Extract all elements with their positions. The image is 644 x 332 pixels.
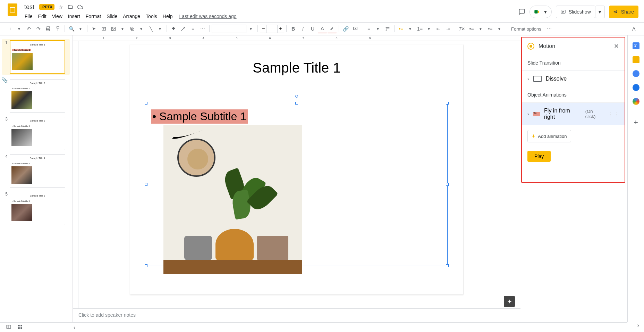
resize-handle[interactable] — [145, 183, 147, 186]
zoom-dropdown[interactable]: ▼ — [76, 24, 85, 33]
text-color-button[interactable]: A — [318, 24, 327, 33]
meet-button[interactable]: ▼ — [529, 6, 552, 18]
resize-handle[interactable] — [295, 102, 298, 105]
undo-button[interactable]: ↶ — [24, 24, 33, 33]
tasks-icon[interactable] — [633, 70, 639, 77]
close-icon[interactable]: ✕ — [614, 42, 619, 50]
fill-color-button[interactable] — [169, 24, 178, 33]
bullet-dropdown[interactable]: ▼ — [406, 24, 415, 33]
explore-button[interactable]: ✦ — [504, 296, 515, 307]
font-select[interactable] — [212, 25, 246, 33]
bold-button[interactable]: B — [289, 24, 298, 33]
decrease-indent-button[interactable]: ⇤ — [434, 24, 443, 33]
paint-format-button[interactable] — [53, 24, 62, 33]
more-button[interactable]: ⋯ — [545, 24, 554, 33]
move-icon[interactable] — [67, 3, 74, 10]
print-button[interactable] — [44, 24, 53, 33]
slide-thumb-4[interactable]: 4 Sample Title 4 • Sample Subtitle 4 — [3, 154, 70, 188]
subtitle-text[interactable]: • Sample Subtitle 1 — [151, 109, 248, 124]
speaker-notes[interactable]: Click to add speaker notes — [73, 308, 520, 322]
menu-slide[interactable]: Slide — [104, 12, 120, 20]
slide-thumb-1[interactable]: 1 Sample Title 1 • Sample Subtitle 1 — [2, 39, 70, 75]
bullet-list-active[interactable]: •≡ — [397, 24, 406, 33]
menu-help[interactable]: Help — [160, 12, 175, 20]
star-icon[interactable]: ☆ — [57, 3, 64, 10]
increase-font-button[interactable]: + — [277, 25, 284, 33]
numbered-list-button[interactable]: 1≡ — [415, 24, 424, 33]
zoom-button[interactable]: 🔍 — [67, 24, 76, 33]
menu-arrange[interactable]: Arrange — [120, 12, 143, 20]
shape-tool[interactable] — [128, 24, 137, 33]
resize-handle[interactable] — [446, 102, 449, 105]
image-dropdown[interactable]: ▼ — [118, 24, 127, 33]
contacts-icon[interactable] — [633, 84, 639, 91]
border-weight-button[interactable]: ≡ — [188, 24, 197, 33]
border-dash-button[interactable]: ⋯ — [198, 24, 207, 33]
more-list-button[interactable]: •≡ — [486, 24, 495, 33]
shape-dropdown[interactable]: ▼ — [137, 24, 146, 33]
slide-thumb-5[interactable]: 5 Sample Title 5 • Sample Subtitle 5 — [3, 192, 70, 225]
keep-icon[interactable] — [633, 56, 639, 63]
drag-handle-icon[interactable]: ⋮⋮ — [608, 111, 619, 117]
redo-button[interactable]: ↷ — [34, 24, 43, 33]
doc-title[interactable]: test — [22, 3, 36, 11]
slide-image[interactable] — [163, 125, 302, 274]
resize-handle[interactable] — [145, 264, 147, 267]
numbered-dropdown[interactable]: ▼ — [424, 24, 433, 33]
menu-insert[interactable]: Insert — [66, 12, 83, 20]
more-list-dropdown[interactable]: ▼ — [495, 24, 504, 33]
image-tool[interactable] — [109, 24, 118, 33]
highlight-button[interactable] — [328, 24, 337, 33]
menu-edit[interactable]: Edit — [36, 12, 49, 20]
add-animation-button[interactable]: + Add animation — [527, 130, 571, 142]
last-edit-link[interactable]: Last edit was seconds ago — [179, 14, 237, 19]
font-size-input[interactable] — [267, 25, 277, 33]
calendar-icon[interactable]: 31 — [633, 42, 639, 49]
selected-textbox[interactable]: • Sample Subtitle 1 — [146, 103, 448, 266]
collapse-filmstrip-icon[interactable]: ‹ — [74, 324, 75, 331]
filmstrip-view-icon[interactable] — [6, 324, 12, 331]
list-opt-dropdown[interactable]: ▼ — [476, 24, 485, 33]
collapse-toolbar-button[interactable]: ᐱ — [629, 24, 638, 33]
comments-icon[interactable] — [518, 8, 525, 15]
slide-canvas[interactable]: Sample Title 1 • Sample Subtitle 1 — [130, 44, 463, 294]
underline-button[interactable]: U — [308, 24, 317, 33]
transition-row[interactable]: › Dissolve — [522, 70, 625, 87]
line-spacing-button[interactable] — [383, 24, 392, 33]
resize-handle[interactable] — [446, 264, 449, 267]
cloud-icon[interactable] — [77, 3, 84, 10]
slideshow-dropdown[interactable]: ▼ — [595, 6, 605, 18]
resize-handle[interactable] — [446, 183, 449, 186]
grid-view-icon[interactable] — [17, 324, 23, 331]
menu-format[interactable]: Format — [83, 12, 103, 20]
line-dropdown[interactable]: ▼ — [155, 24, 164, 33]
play-button[interactable]: Play — [527, 151, 551, 162]
increase-indent-button[interactable]: ⇥ — [444, 24, 453, 33]
slideshow-button[interactable]: Slideshow — [556, 6, 595, 18]
link-button[interactable]: 🔗 — [341, 24, 350, 33]
add-on-icon[interactable]: + — [633, 119, 639, 126]
slides-logo[interactable] — [6, 3, 19, 17]
align-button[interactable]: ≡ — [364, 24, 373, 33]
resize-handle[interactable] — [145, 102, 147, 105]
maps-icon[interactable] — [633, 98, 639, 105]
slide-thumb-3[interactable]: 3 Sample Title 3 • Sample Subtitle 3 — [3, 117, 70, 150]
new-slide-button[interactable]: + — [6, 24, 15, 33]
align-dropdown[interactable]: ▼ — [373, 24, 382, 33]
slide-thumb-2[interactable]: 2 Sample Title 2 • Sample Subtitle 2 — [3, 79, 70, 113]
menu-file[interactable]: File — [22, 12, 35, 20]
border-color-button[interactable] — [179, 24, 188, 33]
font-dropdown[interactable]: ▼ — [246, 24, 255, 33]
collapse-sidepanel-icon[interactable]: › — [637, 322, 639, 329]
line-tool[interactable]: ╲ — [146, 24, 155, 33]
clear-format-button[interactable]: T✕ — [457, 24, 466, 33]
animation-row[interactable]: › •Sa Fly in from right (On click) ⋮⋮ — [522, 102, 625, 125]
share-button[interactable]: Share — [609, 6, 638, 18]
rotate-handle[interactable] — [295, 95, 298, 98]
slide-title-text[interactable]: Sample Title 1 — [130, 44, 463, 76]
decrease-font-button[interactable]: − — [260, 25, 267, 33]
textbox-tool[interactable] — [99, 24, 108, 33]
format-options-button[interactable]: Format options — [508, 26, 544, 32]
menu-view[interactable]: View — [50, 12, 65, 20]
italic-button[interactable]: I — [298, 24, 307, 33]
